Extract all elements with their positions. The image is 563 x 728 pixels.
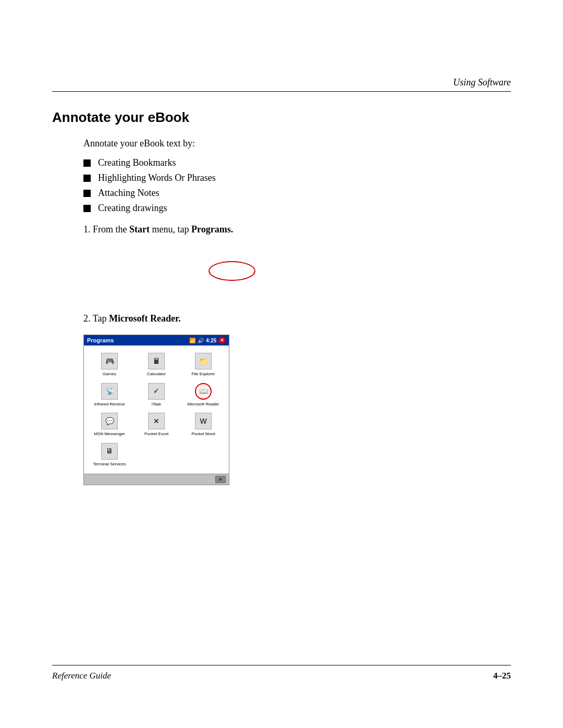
footer-line <box>52 665 511 665</box>
pocket-excel-label: Pocket Excel <box>144 431 168 437</box>
header-line <box>52 91 511 92</box>
screenshot-icon-games: 🎮 Games <box>86 350 133 380</box>
footer-left-text: Reference Guide <box>52 671 111 681</box>
screenshot: Programs 📶 🔊 4:25 ✕ 🎮 Games <box>83 335 229 485</box>
calculator-label: Calculator <box>147 372 166 377</box>
section-title: Annotate your eBook <box>52 109 511 126</box>
screenshot-container: Programs 📶 🔊 4:25 ✕ 🎮 Games <box>83 335 229 485</box>
list-item: Attaching Notes <box>83 188 511 199</box>
intro-text: Annotate your eBook text by: <box>83 138 511 149</box>
terminal-label: Terminal Services <box>93 462 126 467</box>
screenshot-icon-msn: 💬 MSN Messenger <box>86 410 133 440</box>
step1-text: 1. From the Start menu, tap Programs. <box>83 224 511 235</box>
microsoft-reader-icon: 📖 <box>195 383 212 400</box>
main-content: Annotate your eBook Annotate your eBook … <box>52 109 511 485</box>
step2-bold: Microsoft Reader. <box>109 313 181 324</box>
step1-bold1: Start <box>129 224 150 235</box>
header-section: Using Software <box>52 77 511 88</box>
pocket-word-label: Pocket Word <box>191 431 215 437</box>
step2-text: 2. Tap Microsoft Reader. <box>83 313 511 324</box>
microsoft-reader-label: Microsoft Reader <box>188 402 219 407</box>
bullet-icon <box>83 175 91 182</box>
terminal-icon: 🖥 <box>101 443 118 460</box>
step2-prefix: 2. Tap <box>83 313 109 324</box>
file-explorer-icon: 📁 <box>195 353 212 369</box>
bullet-list: Creating Bookmarks Highlighting Words Or… <box>83 157 511 214</box>
bullet-text: Highlighting Words Or Phrases <box>98 172 216 183</box>
step1-middle: menu, tap <box>150 224 191 235</box>
list-item: Creating Bookmarks <box>83 157 511 168</box>
screenshot-title: Programs <box>87 337 114 343</box>
footer-section: Reference Guide 4–25 <box>52 671 511 681</box>
screenshot-footer: ⊞ <box>84 474 229 485</box>
bullet-text: Attaching Notes <box>98 188 159 199</box>
screenshot-footer-icon: ⊞ <box>215 476 226 483</box>
itask-label: iTask <box>152 402 161 407</box>
msn-label: MSN Messenger <box>94 431 125 437</box>
screenshot-icon-terminal: 🖥 Terminal Services <box>86 440 133 470</box>
red-oval-annotation <box>209 261 255 281</box>
page-container: Using Software Annotate your eBook Annot… <box>0 0 563 728</box>
screenshot-titlebar: Programs 📶 🔊 4:25 ✕ <box>84 335 229 346</box>
list-item: Highlighting Words Or Phrases <box>83 172 511 183</box>
screenshot-icon-itask: ✓ iTask <box>133 380 180 410</box>
infrared-icon: 📡 <box>101 383 118 400</box>
bullet-icon <box>83 159 91 167</box>
time-display: 4:25 <box>206 338 216 343</box>
footer-right-text: 4–25 <box>493 671 511 681</box>
bullet-text: Creating Bookmarks <box>98 157 176 168</box>
screenshot-titlebar-icons: 📶 🔊 4:25 ✕ <box>189 337 226 344</box>
games-icon: 🎮 <box>101 353 118 369</box>
msn-icon: 💬 <box>101 413 118 429</box>
itask-icon: ✓ <box>148 383 165 400</box>
pocket-excel-icon: ✕ <box>148 413 165 429</box>
games-label: Games <box>103 372 116 377</box>
infrared-label: Infrared Receive <box>94 402 125 407</box>
bullet-icon <box>83 205 91 212</box>
close-icon: ✕ <box>218 337 226 344</box>
bullet-icon <box>83 190 91 197</box>
screenshot-grid: 🎮 Games 🖩 Calculator 📁 File Explorer 📡 I… <box>84 346 229 474</box>
screenshot-icon-microsoft-reader: 📖 Microsoft Reader <box>180 380 227 410</box>
oval-annotation-area <box>83 256 511 287</box>
screenshot-icon-calculator: 🖩 Calculator <box>133 350 180 380</box>
screenshot-icon-file-explorer: 📁 File Explorer <box>180 350 227 380</box>
volume-icon: 🔊 <box>198 338 204 343</box>
header-title: Using Software <box>453 77 511 88</box>
bullet-text: Creating drawings <box>98 203 167 214</box>
calculator-icon: 🖩 <box>148 353 165 369</box>
step1-bold2: Programs. <box>191 224 233 235</box>
pocket-word-icon: W <box>195 413 212 429</box>
signal-icon: 📶 <box>189 338 195 343</box>
step1-number: 1. From the <box>83 224 129 235</box>
list-item: Creating drawings <box>83 203 511 214</box>
file-explorer-label: File Explorer <box>192 372 215 377</box>
screenshot-icon-pocket-excel: ✕ Pocket Excel <box>133 410 180 440</box>
screenshot-icon-pocket-word: W Pocket Word <box>180 410 227 440</box>
screenshot-icon-infrared: 📡 Infrared Receive <box>86 380 133 410</box>
